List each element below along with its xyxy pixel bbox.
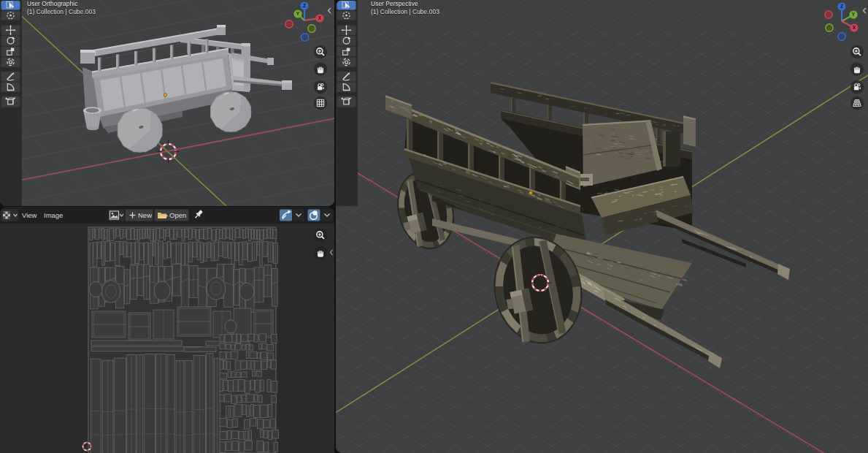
svg-text:X: X xyxy=(318,15,322,20)
svg-text:New: New xyxy=(138,211,152,219)
svg-text:Image: Image xyxy=(44,211,63,219)
svg-text:Z: Z xyxy=(840,4,843,9)
svg-text:Open: Open xyxy=(169,211,186,219)
svg-text:View: View xyxy=(22,211,37,219)
svg-text:Y: Y xyxy=(296,11,300,16)
svg-text:Z: Z xyxy=(303,3,306,8)
svg-text:X: X xyxy=(853,25,856,30)
svg-text:Y: Y xyxy=(852,12,856,17)
